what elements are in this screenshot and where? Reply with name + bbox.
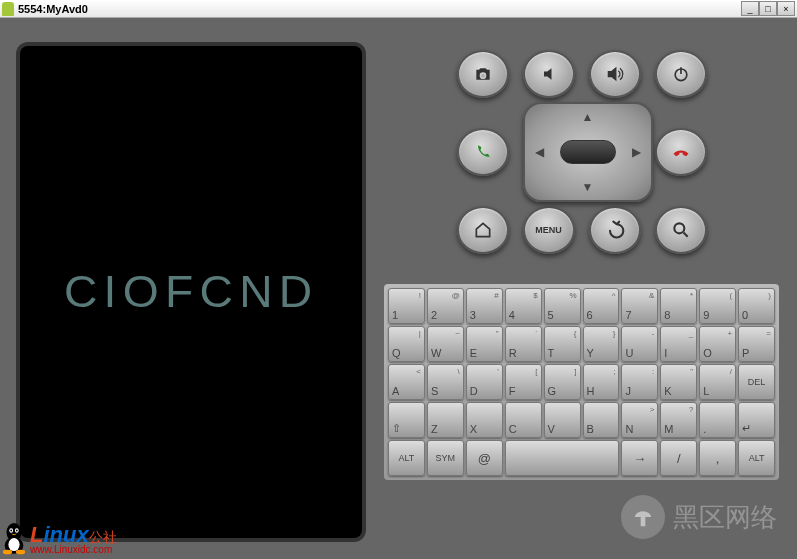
key-3[interactable]: 3# xyxy=(466,288,503,324)
device-screen[interactable]: CIOFCND xyxy=(20,46,362,538)
volume-up-button[interactable] xyxy=(589,50,641,98)
dpad-right[interactable]: ▶ xyxy=(632,145,641,159)
volume-down-icon xyxy=(539,64,559,84)
key-p[interactable]: P= xyxy=(738,326,775,362)
home-icon xyxy=(473,220,493,240)
key-[interactable]: ⇧ xyxy=(388,402,425,438)
end-call-icon xyxy=(671,142,691,162)
key-k[interactable]: K" xyxy=(660,364,697,400)
key-q[interactable]: Q| xyxy=(388,326,425,362)
svg-point-0 xyxy=(481,74,484,77)
svg-point-12 xyxy=(3,550,12,555)
key-[interactable]: . xyxy=(699,402,736,438)
key-w[interactable]: W~ xyxy=(427,326,464,362)
search-icon xyxy=(671,220,691,240)
minimize-button[interactable]: _ xyxy=(741,1,759,16)
home-button[interactable] xyxy=(457,206,509,254)
key-t[interactable]: T{ xyxy=(544,326,581,362)
key-[interactable]: ↵ xyxy=(738,402,775,438)
key-9[interactable]: 9( xyxy=(699,288,736,324)
key-a[interactable]: A< xyxy=(388,364,425,400)
key-m[interactable]: M? xyxy=(660,402,697,438)
maximize-button[interactable]: □ xyxy=(759,1,777,16)
call-button[interactable] xyxy=(457,128,509,176)
key-[interactable]: → xyxy=(621,440,658,476)
watermark-linuxidc: Linux公社 www.Linuxidc.com xyxy=(0,521,117,555)
svg-point-7 xyxy=(8,538,19,551)
key-4[interactable]: 4$ xyxy=(505,288,542,324)
controls-panel: ▲ ▼ ◀ ▶ MENU xyxy=(382,42,781,543)
window-titlebar: 5554:MyAvd0 _ □ × xyxy=(0,0,797,18)
android-icon xyxy=(2,2,14,16)
key-1[interactable]: 1! xyxy=(388,288,425,324)
key-z[interactable]: Z xyxy=(427,402,464,438)
power-button[interactable] xyxy=(655,50,707,98)
key-e[interactable]: E" xyxy=(466,326,503,362)
volume-up-icon xyxy=(605,64,625,84)
back-button[interactable] xyxy=(589,206,641,254)
svg-line-4 xyxy=(683,233,687,237)
keyboard: 1!2@3#4$5%6^7&8*9(0)Q|W~E"R`T{Y}U-I_O+P=… xyxy=(382,282,781,482)
volume-down-button[interactable] xyxy=(523,50,575,98)
camera-icon xyxy=(473,64,493,84)
key-2[interactable]: 2@ xyxy=(427,288,464,324)
menu-button[interactable]: MENU xyxy=(523,206,575,254)
tux-icon xyxy=(0,521,28,555)
menu-label: MENU xyxy=(535,225,562,235)
key-l[interactable]: L/ xyxy=(699,364,736,400)
key-sym[interactable]: SYM xyxy=(427,440,464,476)
dpad: ▲ ▼ ◀ ▶ xyxy=(523,102,653,202)
key-j[interactable]: J: xyxy=(621,364,658,400)
svg-point-10 xyxy=(10,530,12,532)
window-title: 5554:MyAvd0 xyxy=(18,3,88,15)
power-icon xyxy=(671,64,691,84)
key-n[interactable]: N> xyxy=(621,402,658,438)
key-b[interactable]: B xyxy=(583,402,620,438)
key-[interactable]: @ xyxy=(466,440,503,476)
hardware-buttons: ▲ ▼ ◀ ▶ MENU xyxy=(382,42,781,254)
key-7[interactable]: 7& xyxy=(621,288,658,324)
key-8[interactable]: 8* xyxy=(660,288,697,324)
emulator-content: CIOFCND ▲ ▼ xyxy=(0,18,797,559)
key-g[interactable]: G] xyxy=(544,364,581,400)
svg-point-11 xyxy=(16,530,18,532)
key-del[interactable]: DEL xyxy=(738,364,775,400)
dpad-left[interactable]: ◀ xyxy=(535,145,544,159)
dpad-down[interactable]: ▼ xyxy=(582,180,594,194)
end-call-button[interactable] xyxy=(655,128,707,176)
key-h[interactable]: H; xyxy=(583,364,620,400)
key-[interactable]: , xyxy=(699,440,736,476)
key-0[interactable]: 0) xyxy=(738,288,775,324)
search-button[interactable] xyxy=(655,206,707,254)
key-i[interactable]: I_ xyxy=(660,326,697,362)
key-x[interactable]: X xyxy=(466,402,503,438)
camera-button[interactable] xyxy=(457,50,509,98)
key-space[interactable] xyxy=(505,440,620,476)
key-alt[interactable]: ALT xyxy=(388,440,425,476)
svg-point-13 xyxy=(16,550,25,555)
key-6[interactable]: 6^ xyxy=(583,288,620,324)
key-5[interactable]: 5% xyxy=(544,288,581,324)
key-o[interactable]: O+ xyxy=(699,326,736,362)
key-f[interactable]: F[ xyxy=(505,364,542,400)
key-u[interactable]: U- xyxy=(621,326,658,362)
call-icon xyxy=(473,142,493,162)
key-[interactable]: / xyxy=(660,440,697,476)
key-d[interactable]: D' xyxy=(466,364,503,400)
key-s[interactable]: S\ xyxy=(427,364,464,400)
key-r[interactable]: R` xyxy=(505,326,542,362)
key-y[interactable]: Y} xyxy=(583,326,620,362)
key-v[interactable]: V xyxy=(544,402,581,438)
back-icon xyxy=(605,220,625,240)
dpad-up[interactable]: ▲ xyxy=(582,110,594,124)
key-c[interactable]: C xyxy=(505,402,542,438)
key-alt[interactable]: ALT xyxy=(738,440,775,476)
android-boot-logo: CIOFCND xyxy=(64,267,319,317)
close-button[interactable]: × xyxy=(777,1,795,16)
dpad-center[interactable] xyxy=(560,140,616,164)
svg-point-3 xyxy=(674,223,684,233)
device-frame: CIOFCND xyxy=(16,42,366,542)
